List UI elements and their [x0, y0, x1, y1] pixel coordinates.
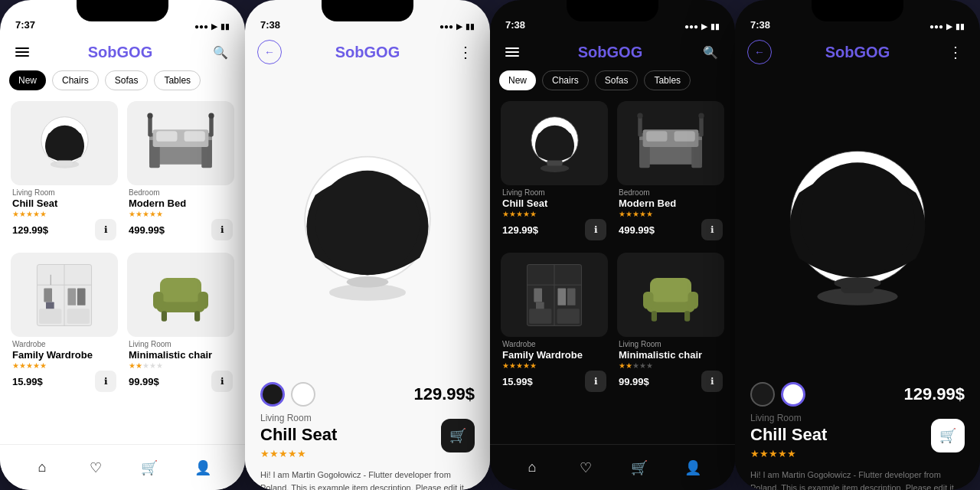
- svg-rect-66: [652, 311, 657, 322]
- info-btn-d2[interactable]: ℹ: [701, 219, 723, 240]
- back-icon[interactable]: ←: [257, 40, 282, 64]
- phone-2: 7:38 ●●● ▶ ▮▮ ← SobGOG ⋮: [245, 0, 490, 490]
- category-tabs-3: New Chairs Sofas Tables: [490, 70, 735, 96]
- user-nav[interactable]: 👤: [192, 457, 214, 479]
- price-4: 99.99$: [129, 376, 159, 387]
- heart-nav-dark[interactable]: ♡: [575, 457, 596, 479]
- product-info-d4: Living Room Minimalistic chair ★★★★★ 99.…: [617, 337, 724, 395]
- stars-d1: ★★★★★: [502, 210, 606, 218]
- detail-price-row-4: 129.99$: [750, 382, 965, 407]
- price-3: 15.99$: [12, 376, 43, 387]
- product-card-2[interactable]: Bedroom Modern Bed ★★★★★ 499.99$ ℹ: [122, 96, 239, 248]
- product-card-d4[interactable]: Living Room Minimalistic chair ★★★★★ 99.…: [612, 248, 729, 400]
- info-btn-d4[interactable]: ℹ: [701, 371, 723, 392]
- category-label-d3: Wardrobe: [502, 340, 606, 348]
- svg-rect-50: [699, 116, 703, 136]
- ball-chair-svg-1: [32, 111, 97, 176]
- tab-new[interactable]: New: [9, 70, 46, 90]
- product-card-4[interactable]: Living Room Minimalistic chair ★★★★★ 99.…: [122, 248, 239, 400]
- color-black-dark[interactable]: [750, 382, 775, 407]
- header-2: ← SobGOG ⋮: [245, 34, 490, 70]
- add-to-cart-btn-4[interactable]: 🛒: [931, 419, 965, 452]
- price-row-d1: 129.99$ ℹ: [502, 219, 606, 240]
- price-row-1: 129.99$ ℹ: [12, 219, 116, 240]
- svg-rect-31: [194, 311, 200, 322]
- tab-chairs-dark[interactable]: Chairs: [542, 70, 589, 90]
- product-card-d3[interactable]: Wardrobe Family Wardrobe ★★★★★ 15.99$ ℹ: [496, 248, 612, 400]
- info-btn-2[interactable]: ℹ: [211, 219, 233, 240]
- product-info-1: Living Room Chill Seat ★★★★★ 129.99$ ℹ: [11, 185, 118, 243]
- svg-rect-64: [643, 292, 654, 309]
- category-label-4: Living Room: [129, 340, 233, 348]
- color-black[interactable]: [260, 382, 285, 407]
- product-info-d3: Wardrobe Family Wardrobe ★★★★★ 15.99$ ℹ: [501, 337, 608, 395]
- detail-category-2: Living Room: [260, 413, 337, 423]
- color-options-4: [750, 382, 805, 407]
- ball-chair-detail-svg: [291, 142, 444, 303]
- product-name-2: Modern Bed: [129, 198, 233, 209]
- product-name-d4: Minimalistic chair: [619, 349, 723, 361]
- header-3: SobGOG 🔍: [490, 34, 735, 70]
- detail-desc-2: Hi! I am Martin Gogołowicz - Flutter dev…: [260, 469, 475, 490]
- detail-stars-2: ★★★★★: [260, 448, 337, 459]
- product-card-d2[interactable]: Bedroom Modern Bed ★★★★★ 499.99$ ℹ: [612, 96, 729, 248]
- bottom-nav-1: ⌂ ♡ 🛒 👤: [0, 444, 245, 490]
- phone-4: 7:38 ●●● ▶ ▮▮ ← SobGOG ⋮: [735, 0, 980, 490]
- detail-image-area-2: [245, 70, 490, 374]
- tab-chairs[interactable]: Chairs: [52, 70, 99, 90]
- cart-nav-dark[interactable]: 🛒: [629, 457, 650, 479]
- add-to-cart-btn-2[interactable]: 🛒: [441, 419, 475, 452]
- svg-rect-10: [156, 131, 177, 142]
- home-nav[interactable]: ⌂: [31, 457, 53, 479]
- product-card-3[interactable]: Wardrobe Family Wardrobe ★★★★★ 15.99$ ℹ: [6, 248, 122, 400]
- svg-rect-61: [557, 309, 580, 324]
- wardrobe-svg-1: [34, 259, 95, 332]
- price-1: 129.99$: [12, 224, 48, 236]
- tab-tables[interactable]: Tables: [154, 70, 201, 90]
- ball-chair-detail-svg-dark: [777, 135, 938, 311]
- search-icon[interactable]: 🔍: [208, 40, 233, 64]
- info-btn-d1[interactable]: ℹ: [585, 219, 606, 240]
- product-card-1[interactable]: Living Room Chill Seat ★★★★★ 129.99$ ℹ: [6, 96, 122, 248]
- svg-rect-24: [39, 309, 61, 324]
- detail-stars-4: ★★★★★: [750, 448, 827, 459]
- svg-point-72: [834, 276, 880, 289]
- info-btn-1[interactable]: ℹ: [95, 219, 116, 240]
- price-2: 499.99$: [129, 224, 165, 236]
- more-icon[interactable]: ⋮: [453, 40, 478, 64]
- color-white[interactable]: [291, 382, 315, 407]
- color-white-dark[interactable]: [781, 382, 805, 407]
- price-d3: 15.99$: [502, 376, 533, 387]
- category-label-3: Wardrobe: [12, 340, 116, 348]
- product-card-d1[interactable]: Living Room Chill Seat ★★★★★ 129.99$ ℹ: [496, 96, 612, 248]
- more-icon-dark[interactable]: ⋮: [943, 40, 968, 64]
- info-btn-d3[interactable]: ℹ: [585, 371, 606, 392]
- info-btn-3[interactable]: ℹ: [95, 371, 116, 392]
- tab-tables-dark[interactable]: Tables: [644, 70, 691, 90]
- home-nav-dark[interactable]: ⌂: [521, 457, 543, 479]
- status-icons-4: ●●● ▶ ▮▮: [929, 22, 965, 31]
- svg-point-71: [801, 162, 915, 276]
- detail-price-row-2: 129.99$: [260, 382, 475, 407]
- product-image-2: [127, 101, 234, 185]
- product-name-d2: Modern Bed: [619, 198, 723, 209]
- time-4: 7:38: [750, 19, 770, 31]
- tab-sofas[interactable]: Sofas: [105, 70, 149, 90]
- armchair-svg-1: [146, 263, 215, 328]
- info-btn-4[interactable]: ℹ: [211, 371, 233, 392]
- category-label-d4: Living Room: [619, 340, 723, 348]
- back-icon-dark[interactable]: ←: [747, 40, 772, 64]
- user-nav-dark[interactable]: 👤: [682, 457, 704, 479]
- product-name-4: Minimalistic chair: [129, 349, 233, 361]
- product-name-1: Chill Seat: [12, 198, 116, 209]
- product-image-d2: [617, 101, 724, 185]
- cart-nav[interactable]: 🛒: [139, 457, 160, 479]
- heart-nav[interactable]: ♡: [85, 457, 106, 479]
- tab-new-dark[interactable]: New: [499, 70, 536, 90]
- menu-icon-dark[interactable]: [502, 44, 522, 60]
- tab-sofas-dark[interactable]: Sofas: [595, 70, 639, 90]
- menu-icon[interactable]: [12, 44, 32, 60]
- svg-rect-27: [160, 278, 201, 302]
- detail-price-2: 129.99$: [413, 384, 475, 404]
- search-icon-dark[interactable]: 🔍: [698, 40, 723, 64]
